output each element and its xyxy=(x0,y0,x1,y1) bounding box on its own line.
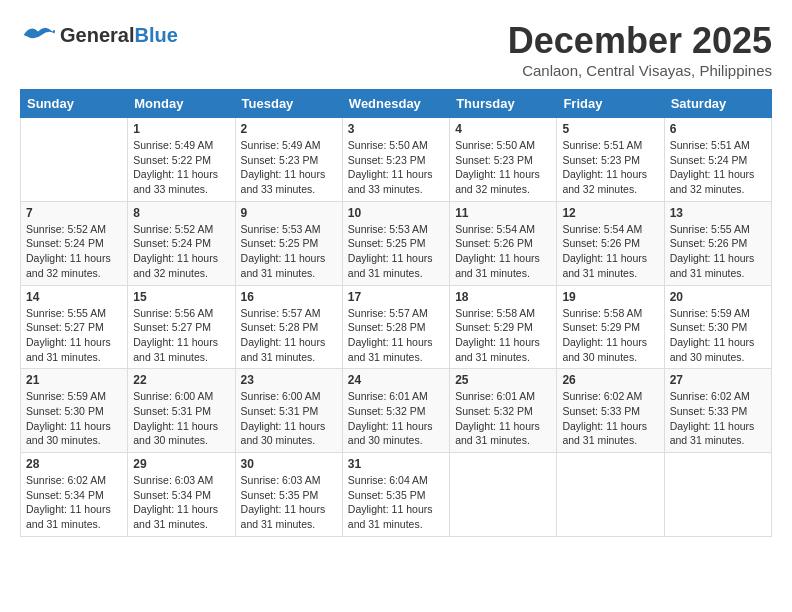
calendar-cell: 30Sunrise: 6:03 AM Sunset: 5:35 PM Dayli… xyxy=(235,453,342,537)
day-number: 6 xyxy=(670,122,766,136)
day-number: 12 xyxy=(562,206,658,220)
day-number: 28 xyxy=(26,457,122,471)
calendar-cell: 24Sunrise: 6:01 AM Sunset: 5:32 PM Dayli… xyxy=(342,369,449,453)
day-info: Sunrise: 5:56 AM Sunset: 5:27 PM Dayligh… xyxy=(133,306,229,365)
day-number: 11 xyxy=(455,206,551,220)
day-info: Sunrise: 6:01 AM Sunset: 5:32 PM Dayligh… xyxy=(348,389,444,448)
calendar-cell: 19Sunrise: 5:58 AM Sunset: 5:29 PM Dayli… xyxy=(557,285,664,369)
month-title: December 2025 xyxy=(508,20,772,62)
calendar-week-row: 14Sunrise: 5:55 AM Sunset: 5:27 PM Dayli… xyxy=(21,285,772,369)
day-info: Sunrise: 5:50 AM Sunset: 5:23 PM Dayligh… xyxy=(348,138,444,197)
calendar-cell: 3Sunrise: 5:50 AM Sunset: 5:23 PM Daylig… xyxy=(342,118,449,202)
weekday-header-wednesday: Wednesday xyxy=(342,90,449,118)
day-info: Sunrise: 5:58 AM Sunset: 5:29 PM Dayligh… xyxy=(455,306,551,365)
calendar-cell: 4Sunrise: 5:50 AM Sunset: 5:23 PM Daylig… xyxy=(450,118,557,202)
calendar-cell: 2Sunrise: 5:49 AM Sunset: 5:23 PM Daylig… xyxy=(235,118,342,202)
calendar-cell: 16Sunrise: 5:57 AM Sunset: 5:28 PM Dayli… xyxy=(235,285,342,369)
day-info: Sunrise: 5:53 AM Sunset: 5:25 PM Dayligh… xyxy=(348,222,444,281)
weekday-header-thursday: Thursday xyxy=(450,90,557,118)
day-number: 10 xyxy=(348,206,444,220)
day-number: 16 xyxy=(241,290,337,304)
logo-text-block: GeneralBlue xyxy=(60,24,178,46)
day-info: Sunrise: 5:49 AM Sunset: 5:23 PM Dayligh… xyxy=(241,138,337,197)
weekday-header-friday: Friday xyxy=(557,90,664,118)
calendar-cell: 1Sunrise: 5:49 AM Sunset: 5:22 PM Daylig… xyxy=(128,118,235,202)
calendar-cell: 17Sunrise: 5:57 AM Sunset: 5:28 PM Dayli… xyxy=(342,285,449,369)
day-number: 17 xyxy=(348,290,444,304)
calendar-cell xyxy=(664,453,771,537)
day-info: Sunrise: 6:02 AM Sunset: 5:33 PM Dayligh… xyxy=(562,389,658,448)
calendar-cell xyxy=(450,453,557,537)
day-info: Sunrise: 6:00 AM Sunset: 5:31 PM Dayligh… xyxy=(241,389,337,448)
day-info: Sunrise: 5:55 AM Sunset: 5:26 PM Dayligh… xyxy=(670,222,766,281)
calendar-cell: 18Sunrise: 5:58 AM Sunset: 5:29 PM Dayli… xyxy=(450,285,557,369)
calendar-cell: 29Sunrise: 6:03 AM Sunset: 5:34 PM Dayli… xyxy=(128,453,235,537)
day-info: Sunrise: 5:49 AM Sunset: 5:22 PM Dayligh… xyxy=(133,138,229,197)
calendar-cell: 13Sunrise: 5:55 AM Sunset: 5:26 PM Dayli… xyxy=(664,201,771,285)
day-info: Sunrise: 5:52 AM Sunset: 5:24 PM Dayligh… xyxy=(133,222,229,281)
day-info: Sunrise: 5:52 AM Sunset: 5:24 PM Dayligh… xyxy=(26,222,122,281)
day-number: 5 xyxy=(562,122,658,136)
calendar-cell xyxy=(557,453,664,537)
location-title: Canlaon, Central Visayas, Philippines xyxy=(508,62,772,79)
calendar-cell: 21Sunrise: 5:59 AM Sunset: 5:30 PM Dayli… xyxy=(21,369,128,453)
day-info: Sunrise: 5:55 AM Sunset: 5:27 PM Dayligh… xyxy=(26,306,122,365)
day-info: Sunrise: 6:02 AM Sunset: 5:34 PM Dayligh… xyxy=(26,473,122,532)
day-number: 15 xyxy=(133,290,229,304)
day-info: Sunrise: 5:54 AM Sunset: 5:26 PM Dayligh… xyxy=(562,222,658,281)
day-number: 25 xyxy=(455,373,551,387)
day-number: 4 xyxy=(455,122,551,136)
day-number: 3 xyxy=(348,122,444,136)
day-number: 19 xyxy=(562,290,658,304)
weekday-header-tuesday: Tuesday xyxy=(235,90,342,118)
day-info: Sunrise: 5:54 AM Sunset: 5:26 PM Dayligh… xyxy=(455,222,551,281)
day-number: 8 xyxy=(133,206,229,220)
calendar-cell: 12Sunrise: 5:54 AM Sunset: 5:26 PM Dayli… xyxy=(557,201,664,285)
day-info: Sunrise: 5:58 AM Sunset: 5:29 PM Dayligh… xyxy=(562,306,658,365)
calendar-cell: 27Sunrise: 6:02 AM Sunset: 5:33 PM Dayli… xyxy=(664,369,771,453)
logo-bird-icon xyxy=(20,20,56,50)
day-number: 22 xyxy=(133,373,229,387)
day-number: 21 xyxy=(26,373,122,387)
day-number: 26 xyxy=(562,373,658,387)
day-number: 29 xyxy=(133,457,229,471)
calendar-cell: 6Sunrise: 5:51 AM Sunset: 5:24 PM Daylig… xyxy=(664,118,771,202)
day-info: Sunrise: 6:02 AM Sunset: 5:33 PM Dayligh… xyxy=(670,389,766,448)
title-block: December 2025 Canlaon, Central Visayas, … xyxy=(508,20,772,79)
calendar-cell: 5Sunrise: 5:51 AM Sunset: 5:23 PM Daylig… xyxy=(557,118,664,202)
calendar-cell: 9Sunrise: 5:53 AM Sunset: 5:25 PM Daylig… xyxy=(235,201,342,285)
calendar-cell: 23Sunrise: 6:00 AM Sunset: 5:31 PM Dayli… xyxy=(235,369,342,453)
day-info: Sunrise: 5:59 AM Sunset: 5:30 PM Dayligh… xyxy=(26,389,122,448)
calendar-cell: 10Sunrise: 5:53 AM Sunset: 5:25 PM Dayli… xyxy=(342,201,449,285)
calendar-cell: 22Sunrise: 6:00 AM Sunset: 5:31 PM Dayli… xyxy=(128,369,235,453)
logo: GeneralBlue xyxy=(20,20,178,50)
day-info: Sunrise: 5:53 AM Sunset: 5:25 PM Dayligh… xyxy=(241,222,337,281)
logo-general: GeneralBlue xyxy=(60,24,178,46)
calendar-header-row: SundayMondayTuesdayWednesdayThursdayFrid… xyxy=(21,90,772,118)
calendar-cell: 14Sunrise: 5:55 AM Sunset: 5:27 PM Dayli… xyxy=(21,285,128,369)
calendar-cell: 20Sunrise: 5:59 AM Sunset: 5:30 PM Dayli… xyxy=(664,285,771,369)
calendar-week-row: 1Sunrise: 5:49 AM Sunset: 5:22 PM Daylig… xyxy=(21,118,772,202)
day-number: 13 xyxy=(670,206,766,220)
day-info: Sunrise: 6:03 AM Sunset: 5:35 PM Dayligh… xyxy=(241,473,337,532)
day-number: 20 xyxy=(670,290,766,304)
day-number: 24 xyxy=(348,373,444,387)
day-info: Sunrise: 6:00 AM Sunset: 5:31 PM Dayligh… xyxy=(133,389,229,448)
calendar-week-row: 7Sunrise: 5:52 AM Sunset: 5:24 PM Daylig… xyxy=(21,201,772,285)
day-info: Sunrise: 6:01 AM Sunset: 5:32 PM Dayligh… xyxy=(455,389,551,448)
calendar-cell: 31Sunrise: 6:04 AM Sunset: 5:35 PM Dayli… xyxy=(342,453,449,537)
weekday-header-sunday: Sunday xyxy=(21,90,128,118)
calendar-cell: 28Sunrise: 6:02 AM Sunset: 5:34 PM Dayli… xyxy=(21,453,128,537)
day-number: 14 xyxy=(26,290,122,304)
day-number: 18 xyxy=(455,290,551,304)
day-number: 2 xyxy=(241,122,337,136)
weekday-header-saturday: Saturday xyxy=(664,90,771,118)
day-number: 27 xyxy=(670,373,766,387)
calendar-cell: 25Sunrise: 6:01 AM Sunset: 5:32 PM Dayli… xyxy=(450,369,557,453)
day-info: Sunrise: 5:50 AM Sunset: 5:23 PM Dayligh… xyxy=(455,138,551,197)
day-info: Sunrise: 5:59 AM Sunset: 5:30 PM Dayligh… xyxy=(670,306,766,365)
calendar-cell: 26Sunrise: 6:02 AM Sunset: 5:33 PM Dayli… xyxy=(557,369,664,453)
day-info: Sunrise: 5:57 AM Sunset: 5:28 PM Dayligh… xyxy=(241,306,337,365)
calendar-week-row: 28Sunrise: 6:02 AM Sunset: 5:34 PM Dayli… xyxy=(21,453,772,537)
day-number: 9 xyxy=(241,206,337,220)
